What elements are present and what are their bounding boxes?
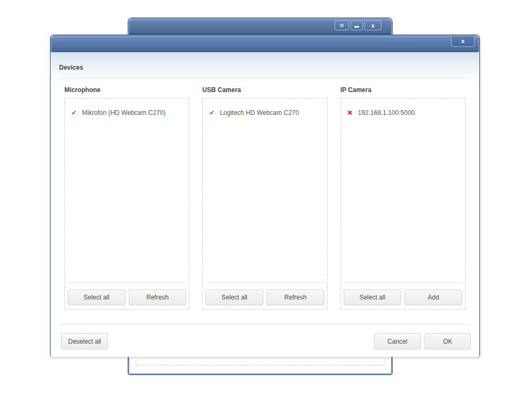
dialog-footer: Deselect all Cancel OK (59, 333, 471, 350)
column-title: Microphone (64, 86, 189, 94)
refresh-button[interactable]: Refresh (129, 289, 187, 305)
minimize-icon (354, 26, 359, 28)
device-label: 192.168.1.100:5000 (358, 109, 415, 117)
check-icon: ✔ (71, 110, 77, 116)
device-columns: Microphone ✔ Mikrofon (HD Webcam C270) S… (64, 86, 466, 310)
page-title: Devices (59, 52, 471, 71)
list-item[interactable]: ✔ Mikrofon (HD Webcam C270) (65, 98, 189, 117)
window-controls: ≡ x (335, 20, 381, 30)
ip-camera-actions: Select all Add (344, 282, 462, 305)
device-label: Mikrofon (HD Webcam C270) (82, 109, 165, 117)
list-item[interactable]: ✖ 192.168.1.100:5000 (341, 98, 465, 117)
actions-divider (344, 282, 462, 283)
footer-divider (59, 324, 471, 325)
close-icon: x (461, 38, 464, 44)
menu-button[interactable]: ≡ (335, 20, 349, 30)
dialog-body: Devices Microphone ✔ Mikrofon (HD Webcam… (51, 52, 479, 357)
minimize-button[interactable] (351, 20, 363, 30)
column-title: USB Camera (202, 86, 327, 94)
dialog-close-button[interactable]: x (451, 36, 475, 47)
microphone-list: ✔ Mikrofon (HD Webcam C270) Select all R… (64, 98, 189, 310)
close-button[interactable]: x (364, 20, 381, 30)
select-all-button[interactable]: Select all (205, 289, 263, 305)
usb-camera-list: ✔ Logitech HD Webcam C270 Select all Ref… (202, 98, 327, 310)
menu-icon: ≡ (340, 22, 344, 29)
refresh-button[interactable]: Refresh (267, 289, 325, 305)
device-label: Logitech HD Webcam C270 (220, 109, 299, 117)
usb-camera-actions: Select all Refresh (205, 282, 324, 305)
background-content-dashed-border (136, 361, 385, 365)
actions-divider (205, 282, 324, 283)
close-icon: x (371, 22, 375, 29)
column-title: IP Camera (340, 86, 466, 94)
column-ip-camera: IP Camera ✖ 192.168.1.100:5000 Select al… (340, 86, 466, 310)
ip-camera-list: ✖ 192.168.1.100:5000 Select all Add (340, 98, 466, 310)
cancel-button[interactable]: Cancel (374, 333, 421, 350)
column-microphone: Microphone ✔ Mikrofon (HD Webcam C270) S… (64, 86, 189, 310)
ok-button[interactable]: OK (425, 333, 471, 350)
devices-dialog: x Devices Microphone ✔ Mikrofon (HD Webc… (50, 35, 480, 357)
background-window-titlebar[interactable]: ≡ x (129, 19, 391, 35)
select-all-button[interactable]: Select all (68, 289, 126, 305)
deselect-all-button[interactable]: Deselect all (61, 333, 108, 350)
microphone-actions: Select all Refresh (68, 282, 186, 305)
heading-divider (59, 78, 471, 79)
dialog-titlebar[interactable]: x (52, 36, 478, 52)
list-item[interactable]: ✔ Logitech HD Webcam C270 (203, 98, 327, 117)
add-button[interactable]: Add (404, 289, 462, 305)
column-usb-camera: USB Camera ✔ Logitech HD Webcam C270 Sel… (202, 86, 327, 310)
actions-divider (68, 282, 186, 283)
select-all-button[interactable]: Select all (344, 289, 402, 305)
check-icon: ✔ (209, 110, 214, 116)
cross-icon: ✖ (347, 110, 353, 116)
